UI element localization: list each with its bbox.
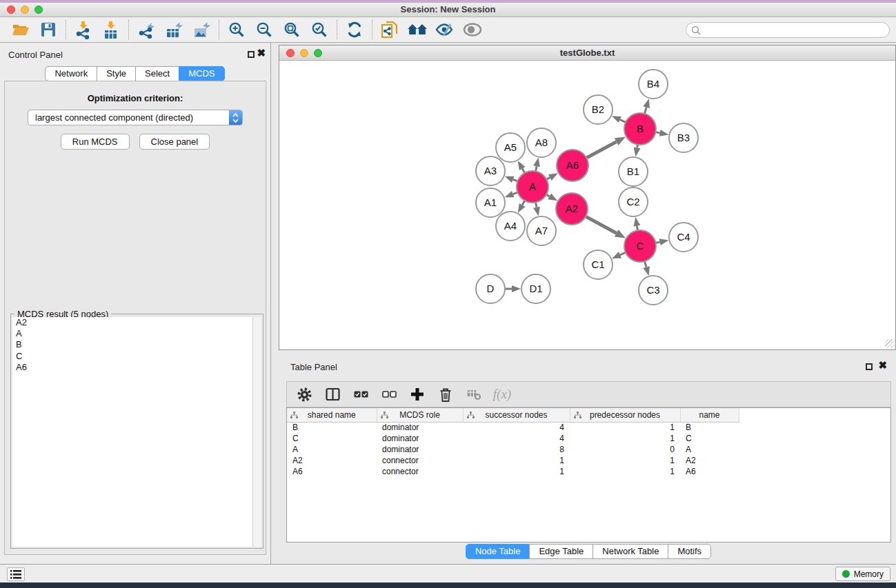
table-row[interactable]: A6connector11A6 [287,466,890,477]
result-item[interactable]: A2 [12,317,261,328]
tab-motifs[interactable]: Motifs [668,544,711,559]
result-scrollbar[interactable] [252,317,261,547]
table-row[interactable]: Adominator80A [287,444,890,455]
mcds-result-list[interactable]: A2ABCA6 [12,317,261,547]
table-cell[interactable]: B [680,422,739,433]
save-session-button[interactable] [34,19,62,41]
table-cell[interactable]: dominator [377,422,463,433]
close-panel-button[interactable]: Close panel [139,134,210,150]
result-item[interactable]: C [12,351,261,362]
hide-graphics-button[interactable] [431,19,459,41]
column-header[interactable]: name [680,408,739,422]
network-canvas[interactable]: B4B2BB3A8A5A6A3B1AA1C2A2A4A7C4CC1C3DD1 [280,61,895,349]
table-cell[interactable]: connector [377,466,463,477]
float-panel-icon[interactable] [248,51,255,58]
export-network-button[interactable] [132,19,160,41]
tab-select[interactable]: Select [135,66,179,81]
tab-node-table[interactable]: Node Table [466,544,530,559]
tab-network[interactable]: Network [45,66,97,81]
table-cell[interactable]: 0 [570,444,680,455]
result-item[interactable]: A [12,328,261,339]
table-cell[interactable]: 1 [463,455,570,466]
column-header[interactable]: shared name [287,408,377,422]
tab-network-table[interactable]: Network Table [593,544,668,559]
zoom-fit-button[interactable] [278,19,306,41]
table-cell[interactable]: connector [377,455,463,466]
delete-column-button[interactable] [437,387,454,402]
table-cell[interactable]: C [680,433,739,444]
tab-style[interactable]: Style [97,66,136,81]
table-cell[interactable]: dominator [377,444,463,455]
table-cell[interactable]: 1 [570,455,680,466]
open-session-button[interactable] [7,19,34,41]
memory-button[interactable]: Memory [835,567,890,581]
table-cell[interactable]: 4 [463,422,570,433]
zoom-out-button[interactable] [250,19,278,41]
table-settings-button[interactable] [296,387,312,402]
table-cell[interactable]: dominator [377,433,463,444]
table-cell[interactable]: 1 [463,466,570,477]
table-cell[interactable]: A2 [680,455,739,466]
zoom-in-button[interactable] [223,19,250,41]
close-table-panel-icon[interactable]: ✖ [878,359,887,372]
table-cell[interactable]: A [287,444,377,455]
show-column-button[interactable] [324,387,341,401]
result-item[interactable]: A6 [12,362,261,373]
resize-grip-icon[interactable] [885,339,895,349]
table-row[interactable]: Cdominator41C [287,433,890,444]
table-cell[interactable]: C [287,433,377,444]
table-row[interactable]: A2connector11A2 [287,455,890,466]
function-builder-button[interactable]: f(x) [494,387,510,402]
network-graph[interactable]: B4B2BB3A8A5A6A3B1AA1C2A2A4A7C4CC1C3DD1 [280,61,896,349]
network-window-controls [286,49,322,57]
minimize-window-button[interactable] [21,6,29,14]
table-cell[interactable]: 1 [570,466,680,477]
tab-mcds[interactable]: MCDS [179,66,224,81]
zoom-window-button[interactable] [34,6,43,14]
table-cell[interactable]: A6 [287,466,377,477]
refresh-view-button[interactable] [341,19,368,41]
show-graphics-button[interactable] [459,19,486,41]
import-network-button[interactable] [70,19,97,41]
result-item[interactable]: B [12,339,261,350]
zoom-selected-button[interactable] [306,19,333,41]
homes-icon [407,22,428,37]
table-cell[interactable]: A [680,444,739,455]
task-history-button[interactable] [7,567,25,581]
table-cell[interactable]: 1 [570,433,680,444]
delete-table-button[interactable] [466,388,482,401]
graph-node-label: B2 [592,103,604,115]
graph-node-label: A4 [504,220,517,232]
network-minimize-button[interactable] [300,49,308,57]
table-cell[interactable]: A6 [680,466,739,477]
close-window-button[interactable] [7,6,15,14]
column-header[interactable]: successor nodes [463,408,570,422]
node-table[interactable]: shared nameMCDS rolesuccessor nodesprede… [286,407,891,543]
table-cell[interactable]: 8 [463,444,570,455]
toolbar-search[interactable] [686,22,890,38]
unselect-all-columns-button[interactable] [381,391,397,398]
table-cell[interactable]: 1 [570,422,680,433]
table-cell[interactable]: B [287,422,377,433]
run-mcds-button[interactable]: Run MCDS [61,134,130,150]
export-image-button[interactable] [188,19,215,41]
network-zoom-button[interactable] [314,49,322,57]
table-row[interactable]: Bdominator41B [287,422,890,433]
network-close-button[interactable] [286,49,295,57]
clone-network-button[interactable] [376,19,404,41]
column-header[interactable]: predecessor nodes [570,408,680,422]
table-cell[interactable]: A2 [287,455,377,466]
home-layout-button[interactable] [404,19,431,41]
network-window-titlebar[interactable]: testGlobe.txt [279,45,895,61]
table-cell[interactable]: 4 [463,433,570,444]
criterion-dropdown[interactable]: largest connected component (directed) [28,110,243,125]
import-table-button[interactable] [97,19,125,41]
create-column-button[interactable] [409,387,426,401]
tab-edge-table[interactable]: Edge Table [529,544,593,559]
float-table-panel-icon[interactable] [866,363,873,370]
close-panel-icon[interactable]: ✖ [257,47,266,59]
select-all-columns-button[interactable] [352,391,369,398]
column-header[interactable]: MCDS role [377,408,463,422]
export-table-button[interactable] [160,19,188,41]
search-input[interactable] [704,25,889,35]
